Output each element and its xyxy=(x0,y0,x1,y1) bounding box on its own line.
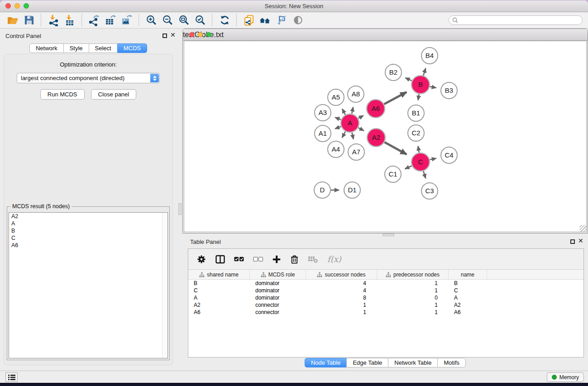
graph-edge-A-A7[interactable] xyxy=(352,133,354,139)
zoom-in-button[interactable] xyxy=(143,14,159,27)
mcds-result-list[interactable]: A2ABCA6 xyxy=(9,212,168,358)
save-session-button[interactable] xyxy=(21,14,37,27)
graph-node-A8[interactable]: A8 xyxy=(348,86,364,102)
graph-node-A6[interactable]: A6 xyxy=(367,100,385,118)
graph-edge-A-A3[interactable] xyxy=(335,117,341,119)
graph-node-B1[interactable]: B1 xyxy=(408,105,424,121)
graph-edge-C-C4[interactable] xyxy=(430,158,436,160)
tab-select[interactable]: Select xyxy=(89,43,118,53)
tab-network[interactable]: Network xyxy=(29,43,64,53)
search-field[interactable] xyxy=(449,15,583,25)
graph-node-C1[interactable]: C1 xyxy=(385,166,401,182)
export-image-button[interactable] xyxy=(119,14,135,27)
select-all-button[interactable] xyxy=(234,256,244,263)
graph-node-B2[interactable]: B2 xyxy=(385,64,402,81)
import-network-button[interactable] xyxy=(45,14,62,27)
table-row[interactable]: A2connector11A2 xyxy=(188,301,583,309)
column-header-predecessor-nodes[interactable]: predecessor nodes xyxy=(377,270,449,279)
mcds-result-item[interactable]: A6 xyxy=(9,242,167,249)
graph-node-D[interactable]: D xyxy=(314,182,330,198)
tab-style[interactable]: Style xyxy=(63,43,89,53)
graph-edge-C-C1[interactable] xyxy=(405,166,412,169)
graph-node-B[interactable]: B xyxy=(411,76,430,94)
maximize-window-icon[interactable] xyxy=(24,3,29,9)
float-panel-icon[interactable] xyxy=(163,33,167,38)
graph-node-A4[interactable]: A4 xyxy=(328,141,344,157)
maximize-network-window-icon[interactable] xyxy=(206,32,211,37)
graph-edge-B-B4[interactable] xyxy=(423,68,425,76)
import-table-button[interactable] xyxy=(62,14,78,27)
mcds-result-item[interactable]: B xyxy=(9,227,167,234)
export-network-button[interactable] xyxy=(86,14,102,27)
table-row[interactable]: Bdominator41B xyxy=(188,280,583,287)
column-header-successor-nodes[interactable]: successor nodes xyxy=(306,270,377,279)
graph-edge-B-B3[interactable] xyxy=(430,86,436,88)
graph-edge-A-A4[interactable] xyxy=(342,132,345,138)
task-history-button[interactable] xyxy=(5,372,18,382)
close-window-icon[interactable] xyxy=(5,3,11,9)
criterion-select[interactable]: largest connected component (directed) xyxy=(17,73,160,83)
graph-node-A5[interactable]: A5 xyxy=(328,89,344,105)
graph-edge-B-B1[interactable] xyxy=(418,94,419,100)
graph-node-A[interactable]: A xyxy=(341,114,359,132)
graph-node-A1[interactable]: A1 xyxy=(315,125,331,142)
export-table-button[interactable] xyxy=(102,14,119,27)
graph-edge-A-A8[interactable] xyxy=(352,107,353,114)
graph-edge-A2-C[interactable] xyxy=(384,142,406,154)
graph-node-C[interactable]: C xyxy=(411,153,430,171)
tab-node-table[interactable]: Node Table xyxy=(305,358,347,367)
zoom-selected-button[interactable] xyxy=(192,14,208,27)
graph-edge-A-A1[interactable] xyxy=(335,127,341,129)
mcds-result-item[interactable]: C xyxy=(9,234,167,242)
search-input[interactable] xyxy=(460,17,579,24)
tab-motifs[interactable]: Motifs xyxy=(437,358,466,367)
graph-node-A7[interactable]: A7 xyxy=(348,144,364,160)
graph-node-C4[interactable]: C4 xyxy=(441,147,457,163)
table-row[interactable]: Adominator80A xyxy=(188,294,583,301)
refresh-button[interactable] xyxy=(216,14,233,27)
table-row[interactable]: A6connector11A6 xyxy=(188,309,583,316)
delete-column-button[interactable] xyxy=(290,254,299,264)
eye-button[interactable] xyxy=(290,14,306,27)
graph-node-C2[interactable]: C2 xyxy=(408,125,424,141)
graph-edge-A6-B[interactable] xyxy=(384,92,407,105)
network-canvas[interactable]: B4B2BB3A5A8A6A3AB1A1A2C2A4A7CC4C1DD1C3 xyxy=(184,41,587,232)
graphics-details-button[interactable] xyxy=(273,14,290,27)
graph-node-B3[interactable]: B3 xyxy=(441,82,457,99)
float-table-panel-icon[interactable] xyxy=(570,239,575,244)
tab-edge-table[interactable]: Edge Table xyxy=(346,358,388,367)
add-column-button[interactable] xyxy=(272,255,281,264)
close-table-panel-icon[interactable]: ✕ xyxy=(578,237,583,244)
graph-node-A3[interactable]: A3 xyxy=(315,105,331,121)
close-panel-button[interactable]: Close panel xyxy=(91,89,137,100)
mcds-result-item[interactable]: A xyxy=(9,220,167,227)
minimize-network-window-icon[interactable] xyxy=(198,32,203,37)
column-header-shared-name[interactable]: shared name xyxy=(188,270,250,279)
tab-mcds[interactable]: MCDS xyxy=(117,43,147,53)
run-mcds-button[interactable]: Run MCDS xyxy=(40,89,85,100)
close-panel-icon[interactable]: ✕ xyxy=(170,31,176,38)
mcds-result-item[interactable]: A2 xyxy=(9,213,167,220)
column-header-name[interactable]: name xyxy=(449,270,487,279)
toggle-columns-button[interactable] xyxy=(215,254,225,264)
table-settings-button[interactable] xyxy=(196,254,206,264)
graph-edge-A-A2[interactable] xyxy=(358,128,364,131)
home-button[interactable] xyxy=(257,14,273,27)
graph-edge-A-A5[interactable] xyxy=(342,109,345,115)
graph-edge-A-A6[interactable] xyxy=(358,115,363,119)
function-builder-button[interactable]: f(x) xyxy=(327,254,341,264)
deselect-all-button[interactable] xyxy=(253,256,263,263)
zoom-fit-button[interactable] xyxy=(176,14,192,27)
delete-table-button[interactable] xyxy=(308,255,319,264)
graph-node-B4[interactable]: B4 xyxy=(421,48,438,64)
graph-edge-B-B2[interactable] xyxy=(405,78,411,81)
result-scrollbar[interactable] xyxy=(162,213,167,358)
graph-edge-C-C2[interactable] xyxy=(418,146,419,153)
window-resize-grip[interactable] xyxy=(579,225,586,232)
duplicate-network-button[interactable] xyxy=(241,14,257,27)
column-header-MCDS-role[interactable]: MCDS role xyxy=(250,270,306,279)
tab-network-table[interactable]: Network Table xyxy=(388,358,438,367)
close-network-window-icon[interactable] xyxy=(189,32,194,37)
vertical-splitter-handle[interactable] xyxy=(178,203,182,215)
graph-edge-C-C3[interactable] xyxy=(423,171,425,178)
